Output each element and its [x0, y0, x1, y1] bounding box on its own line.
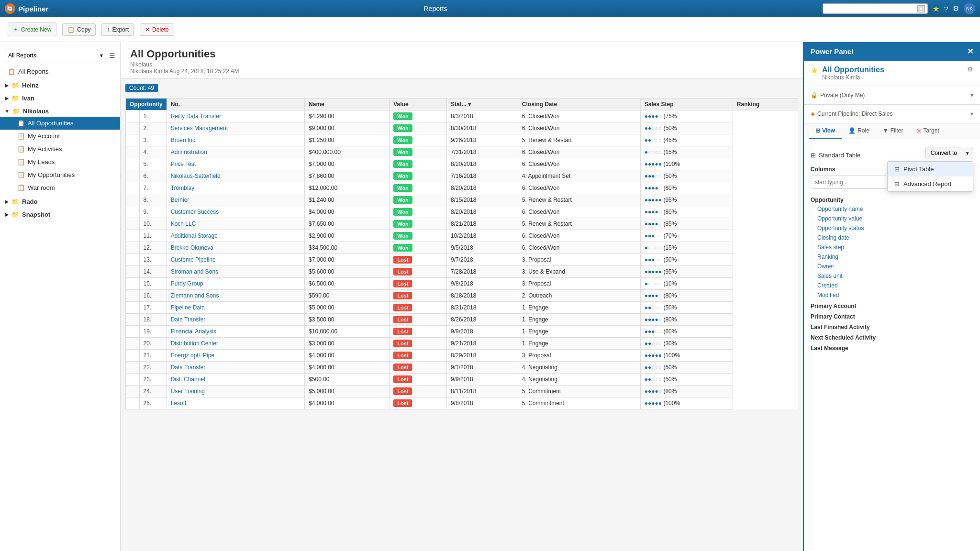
table-row[interactable]: 9. Customer Success $4,000.00 Won 8/20/2…: [126, 206, 798, 218]
table-row[interactable]: 19. Financial Analysis $10,000.00 Lost 9…: [126, 326, 798, 338]
sidebar-item-my-leads[interactable]: 📋 My Leads: [0, 155, 120, 168]
cell-name[interactable]: Data Transfer: [167, 314, 304, 326]
col-sales-unit[interactable]: Sales unit: [811, 271, 973, 281]
table-row[interactable]: 16. Ziemann and Sons $590.00 Lost 8/18/2…: [126, 290, 798, 302]
cell-name[interactable]: Koch LLC: [167, 218, 304, 230]
col-opportunity-name[interactable]: Opportunity name: [811, 204, 973, 214]
pivot-table-option[interactable]: ⊞ Pivot Table: [888, 162, 973, 176]
cell-name[interactable]: Additional Storage: [167, 230, 304, 242]
cell-name[interactable]: Services Management: [167, 122, 304, 134]
table-row[interactable]: 24. User Training $5,000.00 Lost 8/11/20…: [126, 386, 798, 397]
delete-button[interactable]: ✕ Delete: [140, 23, 174, 36]
col-opportunity-status[interactable]: Opportunity status: [811, 223, 973, 233]
table-row[interactable]: 5. Price Test $7,000.00 Won 8/20/2018 6.…: [126, 158, 798, 170]
favorite-icon[interactable]: ★: [933, 4, 939, 13]
sidebar-item-all-reports[interactable]: 📋 All Reports: [0, 65, 120, 78]
col-opportunity-value[interactable]: Opportunity value: [811, 214, 973, 223]
create-new-button[interactable]: ＋ Create New: [8, 22, 56, 36]
cell-name[interactable]: Energz opti. Pipe: [167, 350, 304, 362]
table-row[interactable]: 4. Administration $400,000.00 Won 7/31/2…: [126, 146, 798, 158]
cell-name[interactable]: Ziemann and Sons: [167, 290, 304, 302]
col-modified[interactable]: Modified: [811, 290, 973, 300]
table-row[interactable]: 8. Bernier $1,240.00 Won 8/15/2018 5. Re…: [126, 194, 798, 206]
table-row[interactable]: 21. Energz opti. Pipe $4,000.00 Lost 8/2…: [126, 350, 798, 362]
cell-name[interactable]: Price Test: [167, 158, 304, 170]
table-row[interactable]: 7. Tremblay $12,000.00 Won 8/20/2018 6. …: [126, 182, 798, 194]
cell-name[interactable]: Stroman and Sons: [167, 266, 304, 278]
cell-name[interactable]: Purdy Group: [167, 278, 304, 290]
table-row[interactable]: 15. Purdy Group $6,500.00 Lost 9/8/2018 …: [126, 278, 798, 290]
sidebar-group-nikolaus[interactable]: ▼ 📁 Nikolaus: [0, 104, 120, 117]
table-row[interactable]: 20. Distribution Center $3,000.00 Lost 9…: [126, 338, 798, 350]
tab-filter[interactable]: ▼ Filter: [876, 123, 910, 139]
close-icon[interactable]: ✕: [967, 47, 973, 56]
cell-name[interactable]: Bernier: [167, 194, 304, 206]
table-row[interactable]: 22. Data Transfer $4,000.00 Lost 9/1/201…: [126, 362, 798, 374]
table-row[interactable]: 6. Nikolaus-Satterfield $7,860.00 Won 7/…: [126, 170, 798, 182]
cell-name[interactable]: Custome Pipeline: [167, 254, 304, 266]
sidebar-group-heinz[interactable]: ▶ 📁 Heinz: [0, 78, 120, 91]
copy-button[interactable]: 📋 Copy: [62, 23, 96, 36]
table-row[interactable]: 1. Reilly Data Transfer $4,290.00 Won 8/…: [126, 110, 798, 122]
table-row[interactable]: 17. Pipeline Data $5,000.00 Lost 8/31/20…: [126, 302, 798, 314]
gear-icon[interactable]: ⚙: [967, 66, 973, 73]
search-input[interactable]: [825, 5, 915, 12]
chevron-down-icon[interactable]: ▾: [970, 92, 973, 99]
tab-target[interactable]: ◎ Target: [910, 123, 946, 139]
cell-name[interactable]: Brekke-Okuneva: [167, 242, 304, 254]
tab-role[interactable]: 👤 Role: [842, 123, 876, 139]
settings-icon[interactable]: ⚙: [953, 4, 959, 13]
help-icon[interactable]: ?: [944, 5, 948, 13]
col-owner[interactable]: Owner: [811, 262, 973, 271]
search-dropdown[interactable]: ▾: [917, 5, 925, 12]
col-created[interactable]: Created: [811, 281, 973, 290]
sidebar-group-ivan[interactable]: ▶ 📁 Ivan: [0, 91, 120, 104]
cell-name[interactable]: Dist. Channel: [167, 374, 304, 386]
reports-dropdown[interactable]: All Reports ▾: [5, 49, 106, 62]
table-row[interactable]: 23. Dist. Channel $500.00 Lost 9/9/2018 …: [126, 374, 798, 386]
cell-name[interactable]: Itesoft: [167, 397, 304, 409]
cell-name[interactable]: User Training: [167, 386, 304, 397]
sidebar-item-war-room[interactable]: 📋 War room: [0, 181, 120, 194]
star-icon[interactable]: ★: [811, 66, 818, 76]
convert-arrow-icon[interactable]: ▾: [962, 148, 973, 159]
sidebar-item-my-opportunities[interactable]: 📋 My Opportunities: [0, 168, 120, 181]
table-row[interactable]: 12. Brekke-Okuneva $34,500.00 Won 9/5/20…: [126, 242, 798, 254]
cell-name[interactable]: Reilly Data Transfer: [167, 110, 304, 122]
cell-name[interactable]: Nikolaus-Satterfield: [167, 170, 304, 182]
table-row[interactable]: 3. Bruen Inc $1,250.00 Won 9/26/2018 5. …: [126, 134, 798, 146]
cell-name[interactable]: Financial Analysis: [167, 326, 304, 338]
export-button[interactable]: ↑ Export: [101, 23, 134, 36]
table-row[interactable]: 25. Itesoft $4,000.00 Lost 9/8/2018 5. C…: [126, 397, 798, 409]
convert-to-button[interactable]: Convert to ▾: [925, 147, 973, 159]
cell-name[interactable]: Data Transfer: [167, 362, 304, 374]
table-row[interactable]: 13. Custome Pipeline $7,000.00 Lost 9/7/…: [126, 254, 798, 266]
table-row[interactable]: 2. Services Management $9,000.00 Won 8/3…: [126, 122, 798, 134]
table-row[interactable]: 11. Additional Storage $2,900.00 Won 10/…: [126, 230, 798, 242]
col-ranking[interactable]: Ranking: [811, 252, 973, 262]
sidebar-item-my-activities[interactable]: 📋 My Activities: [0, 143, 120, 155]
table-row[interactable]: 10. Koch LLC $7,650.00 Won 8/21/2018 5. …: [126, 218, 798, 230]
sidebar-item-my-account[interactable]: 📋 My Account: [0, 130, 120, 143]
sidebar-item-all-opportunities[interactable]: 📋 All Opportunities: [0, 117, 120, 130]
tab-view[interactable]: ⊞ View: [809, 123, 842, 139]
filter-icon[interactable]: ☰: [109, 52, 115, 59]
advanced-report-option[interactable]: ⊟ Advanced Report: [888, 176, 973, 191]
chevron-down-icon[interactable]: ▾: [970, 110, 973, 117]
search-box[interactable]: ▾: [823, 3, 928, 14]
cell-name[interactable]: Tremblay: [167, 182, 304, 194]
cell-name[interactable]: Pipeline Data: [167, 302, 304, 314]
cell-name[interactable]: Customer Success: [167, 206, 304, 218]
table-row[interactable]: 18. Data Transfer $3,500.00 Lost 8/26/20…: [126, 314, 798, 326]
col-closing-date[interactable]: Closing date: [811, 233, 973, 242]
cell-name[interactable]: Administration: [167, 146, 304, 158]
sidebar-group-snapshot[interactable]: ▶ 📁 Snapshot: [0, 207, 120, 220]
cell-name[interactable]: Distribution Center: [167, 338, 304, 350]
user-avatar[interactable]: NK: [964, 3, 975, 14]
col-sales-step[interactable]: Sales step: [811, 242, 973, 252]
cell-name[interactable]: Bruen Inc: [167, 134, 304, 146]
sidebar-group-rado[interactable]: ▶ 📁 Rado: [0, 194, 120, 207]
convert-label[interactable]: Convert to: [926, 147, 962, 159]
col-header-status[interactable]: Stat... ▾: [446, 99, 518, 110]
table-row[interactable]: 14. Stroman and Sons $5,600.00 Lost 7/28…: [126, 266, 798, 278]
